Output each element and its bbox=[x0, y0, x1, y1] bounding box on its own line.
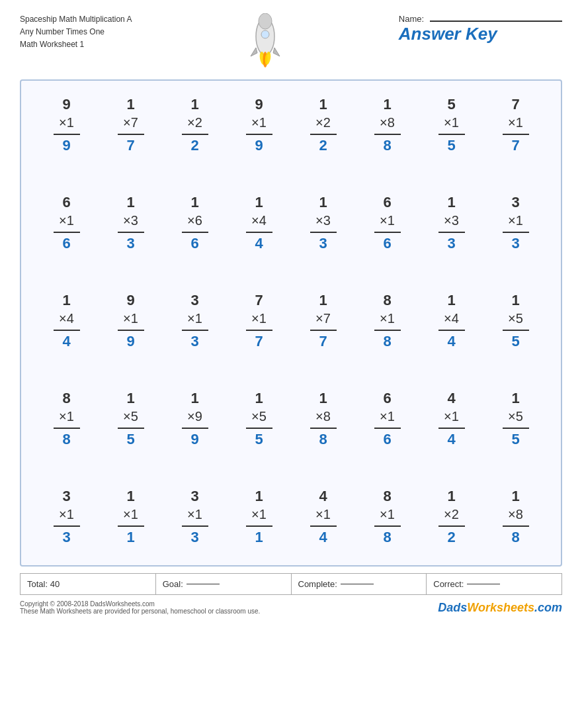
correct-underline bbox=[467, 584, 500, 584]
prob-line bbox=[438, 134, 465, 135]
problem: 1 ×4 4 bbox=[419, 287, 483, 359]
prob-multiplier: ×1 bbox=[187, 310, 202, 328]
problem: 9 ×1 9 bbox=[99, 287, 163, 359]
problem: 1 ×4 4 bbox=[227, 189, 291, 261]
prob-answer: 4 bbox=[62, 333, 70, 351]
prob-answer: 5 bbox=[255, 431, 263, 449]
answer-key-title: Answer Key bbox=[399, 24, 497, 44]
prob-line bbox=[310, 525, 337, 527]
brand-logo: DadsWorksheets.com bbox=[438, 601, 562, 615]
prob-answer: 5 bbox=[511, 431, 519, 449]
prob-multiplier: ×1 bbox=[380, 506, 395, 523]
prob-line bbox=[182, 428, 208, 429]
problem: 1 ×3 3 bbox=[419, 189, 483, 261]
prob-multiplier: ×1 bbox=[123, 506, 138, 523]
prob-multiplier: ×4 bbox=[59, 310, 74, 328]
prob-line bbox=[503, 428, 529, 429]
prob-line bbox=[438, 525, 465, 527]
prob-line bbox=[438, 330, 465, 331]
prob-multiplier: ×7 bbox=[123, 114, 138, 132]
problem: 3 ×1 3 bbox=[163, 287, 227, 359]
prob-multiplier: ×1 bbox=[380, 310, 395, 328]
prob-top: 1 bbox=[255, 488, 263, 506]
prob-answer: 5 bbox=[511, 333, 519, 351]
prob-answer: 3 bbox=[319, 235, 327, 253]
prob-answer: 6 bbox=[62, 235, 70, 253]
row-spacer bbox=[34, 170, 548, 182]
prob-line bbox=[182, 525, 208, 527]
prob-line bbox=[503, 232, 529, 233]
copyright-text: Copyright © 2008-2018 DadsWorksheets.com… bbox=[20, 600, 260, 615]
prob-multiplier: ×1 bbox=[59, 506, 74, 523]
prob-multiplier: ×1 bbox=[187, 506, 202, 523]
problem: 7 ×1 7 bbox=[227, 287, 291, 359]
prob-top: 1 bbox=[511, 292, 519, 310]
prob-top: 1 bbox=[319, 390, 327, 408]
problem: 1 ×8 8 bbox=[355, 91, 419, 163]
prob-multiplier: ×3 bbox=[123, 212, 138, 230]
prob-top: 7 bbox=[511, 96, 519, 114]
prob-multiplier: ×6 bbox=[187, 212, 202, 230]
prob-line bbox=[118, 525, 144, 527]
prob-answer: 8 bbox=[383, 137, 391, 156]
problem: 1 ×2 2 bbox=[291, 91, 355, 163]
problems-grid: 9 ×1 9 1 ×7 7 1 ×2 2 9 ×1 9 1 ×2 bbox=[34, 91, 548, 555]
problem: 1 ×1 1 bbox=[227, 482, 291, 555]
prob-top: 6 bbox=[62, 194, 70, 212]
prob-top: 1 bbox=[190, 96, 198, 114]
prob-line bbox=[118, 428, 144, 429]
problem: 1 ×5 5 bbox=[483, 287, 548, 359]
prob-line bbox=[182, 330, 208, 331]
problem: 1 ×7 7 bbox=[99, 91, 163, 163]
prob-top: 1 bbox=[319, 96, 327, 114]
prob-line bbox=[310, 232, 337, 233]
prob-multiplier: ×4 bbox=[251, 212, 267, 230]
svg-point-1 bbox=[259, 13, 272, 29]
prob-line bbox=[54, 232, 80, 233]
prob-top: 6 bbox=[383, 194, 391, 212]
prob-top: 1 bbox=[255, 390, 263, 408]
prob-answer: 5 bbox=[447, 137, 455, 156]
prob-answer: 3 bbox=[511, 235, 519, 253]
prob-answer: 8 bbox=[383, 333, 391, 351]
prob-answer: 3 bbox=[62, 529, 70, 547]
prob-answer: 9 bbox=[62, 137, 70, 156]
prob-answer: 4 bbox=[319, 529, 327, 547]
prob-multiplier: ×1 bbox=[251, 310, 267, 328]
problem: 8 ×1 8 bbox=[355, 287, 419, 359]
prob-multiplier: ×1 bbox=[251, 506, 267, 523]
prob-answer: 5 bbox=[126, 431, 134, 449]
problem: 1 ×7 7 bbox=[291, 287, 355, 359]
prob-multiplier: ×2 bbox=[315, 114, 331, 132]
complete-underline bbox=[341, 584, 374, 584]
prob-multiplier: ×2 bbox=[187, 114, 202, 132]
prob-line bbox=[310, 134, 337, 135]
prob-answer: 7 bbox=[126, 137, 134, 156]
prob-answer: 9 bbox=[126, 333, 134, 351]
prob-top: 1 bbox=[447, 488, 455, 506]
problem: 6 ×1 6 bbox=[355, 189, 419, 261]
prob-answer: 2 bbox=[190, 137, 198, 156]
prob-top: 1 bbox=[126, 390, 134, 408]
prob-multiplier: ×8 bbox=[508, 506, 523, 523]
prob-answer: 9 bbox=[190, 431, 198, 449]
prob-multiplier: ×1 bbox=[123, 310, 138, 328]
problem: 1 ×8 8 bbox=[483, 482, 548, 555]
prob-answer: 3 bbox=[126, 235, 134, 253]
prob-top: 5 bbox=[447, 96, 455, 114]
header-center bbox=[132, 13, 398, 73]
problem: 1 ×5 5 bbox=[227, 385, 291, 457]
prob-answer: 8 bbox=[62, 431, 70, 449]
prob-answer: 4 bbox=[255, 235, 263, 253]
prob-line bbox=[503, 525, 529, 527]
problem: 1 ×5 5 bbox=[483, 385, 548, 457]
problem: 9 ×1 9 bbox=[227, 91, 291, 163]
prob-top: 1 bbox=[447, 194, 455, 212]
prob-multiplier: ×1 bbox=[444, 408, 459, 426]
prob-multiplier: ×5 bbox=[508, 408, 523, 426]
prob-top: 9 bbox=[255, 96, 263, 114]
svg-marker-3 bbox=[251, 48, 257, 56]
prob-multiplier: ×1 bbox=[59, 212, 74, 230]
prob-multiplier: ×1 bbox=[508, 114, 523, 132]
row-spacer bbox=[34, 366, 548, 378]
